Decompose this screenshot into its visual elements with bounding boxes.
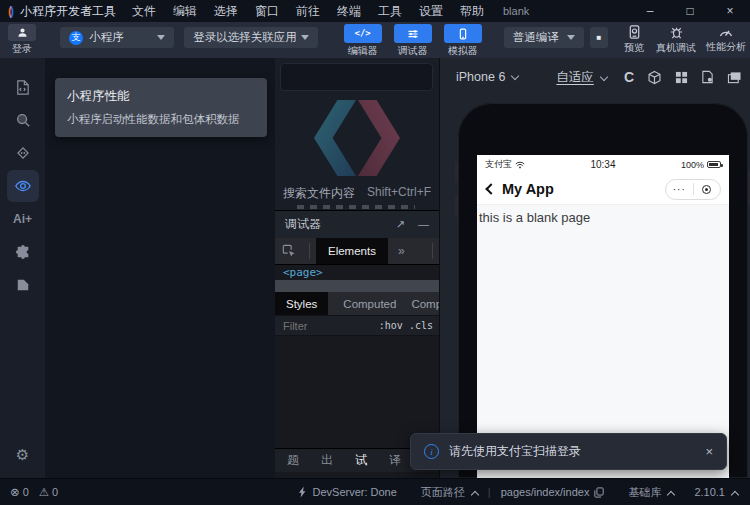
grid-icon[interactable] (675, 71, 688, 84)
remote-debug-button[interactable]: 真机调试 (656, 24, 696, 53)
close-button[interactable]: × (710, 0, 750, 22)
scale-dropdown[interactable]: 自适应 (556, 69, 594, 86)
caret-down-icon (157, 35, 165, 40)
refresh-icon[interactable]: C (624, 69, 634, 85)
tab-computed[interactable]: Computed (343, 298, 396, 310)
debugger-title: 调试器 (285, 216, 321, 233)
clock-label: 10:34 (525, 159, 681, 170)
cube-3d-icon[interactable] (647, 70, 662, 85)
gauge-icon (718, 24, 734, 39)
bolt-icon (299, 486, 307, 498)
menu-terminal[interactable]: 终端 (337, 3, 361, 20)
copy-icon[interactable] (594, 487, 604, 498)
battery-icon (707, 161, 721, 168)
eye-icon (14, 177, 32, 195)
compile-mode-dropdown[interactable]: 普通编译 (504, 27, 584, 48)
tab-component[interactable]: Component (411, 298, 439, 310)
page-title: My App (502, 181, 554, 197)
inspect-element-icon[interactable] (282, 244, 296, 258)
back-icon[interactable] (485, 183, 496, 194)
menu-window[interactable]: 窗口 (255, 3, 279, 20)
debugger-toggle-button[interactable]: 调试器 (394, 24, 432, 56)
carrier-label: 支付宝 (485, 158, 512, 171)
editor-toggle-button[interactable]: </> 编辑器 (344, 24, 382, 56)
stop-button[interactable]: ■ (590, 27, 608, 48)
chevron-down-icon (600, 73, 608, 81)
style-filter-input[interactable] (275, 320, 355, 332)
divider (432, 243, 433, 259)
menu-go[interactable]: 前往 (296, 3, 320, 20)
code-icon: </> (355, 28, 371, 39)
debugger-header: 调试器 ↗ — (275, 211, 439, 238)
selected-element-row[interactable] (275, 280, 439, 292)
menu-settings[interactable]: 设置 (419, 3, 443, 20)
base-lib-toggle[interactable]: 基础库 (628, 485, 674, 500)
phone-navbar: My App ··· (477, 174, 729, 205)
volume-button (455, 195, 458, 217)
app-title: 小程序开发者工具 (20, 3, 116, 20)
windows-stack-icon[interactable] (727, 71, 742, 84)
more-tabs-icon[interactable]: » (398, 244, 405, 258)
target-icon (702, 185, 711, 194)
tab-problems[interactable]: 题 (287, 452, 299, 469)
more-menu-button[interactable]: ··· (666, 184, 693, 195)
warning-icon[interactable]: ⚠ (39, 485, 49, 499)
login-button[interactable]: 登录 (8, 24, 36, 54)
tooltip-title: 小程序性能 (67, 88, 255, 105)
menu-tools[interactable]: 工具 (378, 3, 402, 20)
project-name: blank (503, 5, 529, 17)
settings-gear-icon[interactable]: ⚙ (0, 446, 45, 464)
chevron-up-icon (667, 490, 675, 498)
phone-statusbar: 支付宝 10:34 100% (477, 155, 729, 174)
app-type-dropdown[interactable]: 支 小程序 (60, 27, 174, 48)
error-icon[interactable]: ⊗ (10, 485, 20, 499)
devtools-toolbar: Elements » (275, 238, 439, 265)
info-icon: i (424, 444, 439, 459)
tab-compile[interactable]: 译 (389, 452, 401, 469)
file-code-icon[interactable] (14, 78, 32, 96)
preview-button[interactable]: 预览 (624, 24, 644, 53)
divider: | (488, 486, 491, 498)
performance-eye-tab[interactable] (7, 170, 39, 202)
app-logo-icon: () (8, 4, 12, 18)
search-icon[interactable] (14, 111, 32, 129)
tab-debug[interactable]: 试 (355, 452, 367, 469)
package-diamond-icon[interactable] (14, 144, 32, 162)
tab-output[interactable]: 出 (321, 452, 333, 469)
maximize-button[interactable]: □ (670, 0, 710, 22)
popout-icon[interactable]: ↗ (396, 218, 405, 231)
menu-file[interactable]: 文件 (132, 3, 156, 20)
lib-version-toggle[interactable]: 2.10.1 (694, 486, 738, 498)
plugin-puzzle-icon[interactable] (14, 243, 32, 261)
exit-button[interactable] (694, 185, 721, 194)
tab-elements[interactable]: Elements (316, 238, 388, 264)
chevron-up-icon (731, 491, 739, 499)
clipped-hint-row (297, 205, 415, 209)
minimize-panel-icon[interactable]: — (418, 218, 429, 231)
statusbar: ⊗ 0 ⚠ 0 DevServer: Done 页面路径 | pages/ind… (0, 478, 750, 505)
style-filter-row: :hov .cls (275, 315, 439, 336)
page-path-toggle[interactable]: 页面路径 (421, 485, 478, 500)
toast-close-button[interactable]: × (705, 444, 713, 459)
phone-icon (457, 28, 469, 40)
elements-tree-node[interactable]: <page> (275, 265, 439, 280)
device-dropdown[interactable]: iPhone 6 (456, 70, 518, 84)
editor-column: 搜索文件内容 Shift+Ctrl+F 调试器 ↗ — Elements » (275, 58, 440, 478)
file-settings-icon[interactable] (701, 70, 714, 84)
pseudo-class-toggles[interactable]: :hov .cls (379, 320, 439, 331)
simulator-toolbar: iPhone 6 自适应 C (440, 58, 750, 96)
minimize-button[interactable]: – (630, 0, 670, 22)
styles-pane-empty (275, 336, 439, 448)
user-icon (8, 24, 36, 41)
simulator-toggle-button[interactable]: 模拟器 (444, 24, 482, 56)
relation-app-dropdown[interactable]: 登录以选择关联应用 (184, 27, 317, 48)
file-search-input[interactable] (280, 63, 433, 91)
ai-icon[interactable]: Ai+ (14, 210, 32, 228)
menu-select[interactable]: 选择 (214, 3, 238, 20)
tab-styles[interactable]: Styles (275, 292, 328, 315)
project-bookmark-icon[interactable] (14, 276, 32, 294)
profiling-button[interactable]: 性能分析 (706, 24, 746, 52)
error-count: 0 (23, 486, 29, 498)
menu-edit[interactable]: 编辑 (173, 3, 197, 20)
menu-help[interactable]: 帮助 (460, 3, 484, 20)
